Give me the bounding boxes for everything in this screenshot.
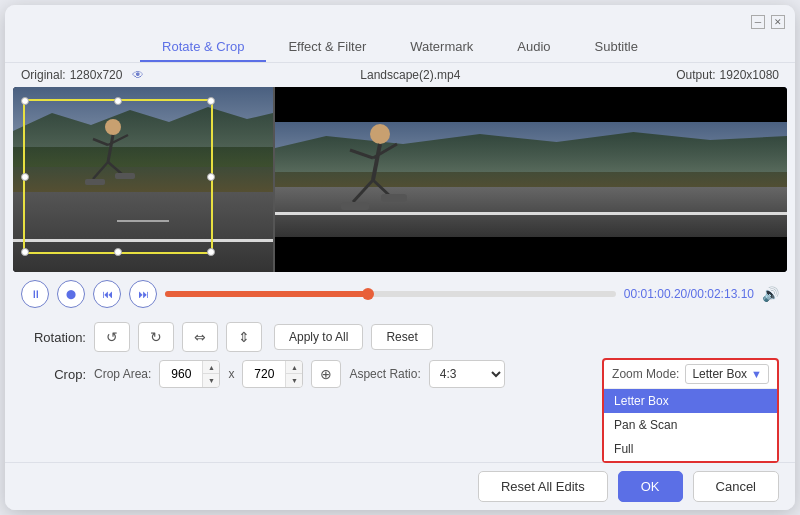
svg-point-8 <box>370 124 390 144</box>
tab-watermark[interactable]: Watermark <box>388 33 495 62</box>
crop-width-up[interactable]: ▲ <box>203 361 219 374</box>
eye-icon[interactable]: 👁 <box>132 68 144 82</box>
output-resolution: 1920x1080 <box>720 68 779 82</box>
svg-line-11 <box>373 144 397 158</box>
preview-right <box>275 87 787 272</box>
progress-track[interactable] <box>165 291 616 297</box>
crop-height-up[interactable]: ▲ <box>286 361 302 374</box>
crop-row: Crop: Crop Area: 960 ▲ ▼ x 720 ▲ ▼ ⊕ Asp… <box>21 360 779 388</box>
controls-area: Rotation: ↺ ↻ ⇔ ⇕ Apply to All Reset Cro… <box>5 316 795 396</box>
skater-right <box>325 122 435 237</box>
video-preview-left <box>13 87 273 272</box>
zoom-dropdown-list: Letter Box Pan & Scan Full <box>604 389 777 461</box>
playback-bar: ⏸ ⬤ ⏮ ⏭ 00:01:00.20/00:02:13.10 🔊 <box>5 272 795 316</box>
aspect-ratio-label: Aspect Ratio: <box>349 367 420 381</box>
crop-handle-mr[interactable] <box>207 173 215 181</box>
svg-line-10 <box>350 150 373 158</box>
close-button[interactable]: ✕ <box>771 15 785 29</box>
file-name: Landscape(2).mp4 <box>360 68 460 82</box>
zoom-dropdown-arrow-icon: ▼ <box>751 368 762 380</box>
flip-vertical-button[interactable]: ⇕ <box>226 322 262 352</box>
info-bar: Original: 1280x720 👁 Landscape(2).mp4 Ou… <box>5 63 795 87</box>
main-window: ─ ✕ Rotate & Crop Effect & Filter Waterm… <box>5 5 795 510</box>
zoom-mode-label: Zoom Mode: <box>612 367 679 381</box>
skater-left <box>73 117 153 207</box>
crop-height-down[interactable]: ▼ <box>286 374 302 387</box>
svg-rect-15 <box>381 194 407 202</box>
output-label: Output: <box>676 68 715 82</box>
reset-all-edits-button[interactable]: Reset All Edits <box>478 471 608 502</box>
crop-move-button[interactable]: ⊕ <box>311 360 341 388</box>
tab-bar: Rotate & Crop Effect & Filter Watermark … <box>5 33 795 63</box>
progress-fill <box>165 291 368 297</box>
progress-thumb[interactable] <box>362 288 374 300</box>
letterbox-bottom <box>275 237 787 272</box>
rotation-label: Rotation: <box>21 330 86 345</box>
crop-width-input[interactable]: 960 <box>160 367 202 381</box>
zoom-option-full[interactable]: Full <box>604 437 777 461</box>
tab-effect-filter[interactable]: Effect & Filter <box>266 33 388 62</box>
prev-button[interactable]: ⏮ <box>93 280 121 308</box>
svg-line-4 <box>93 162 108 179</box>
pause-button[interactable]: ⏸ <box>21 280 49 308</box>
time-display: 00:01:00.20/00:02:13.10 <box>624 287 754 301</box>
rotation-row: Rotation: ↺ ↻ ⇔ ⇕ Apply to All Reset <box>21 322 779 352</box>
tab-subtitle[interactable]: Subtitle <box>573 33 660 62</box>
volume-icon[interactable]: 🔊 <box>762 286 779 302</box>
zoom-option-panscan[interactable]: Pan & Scan <box>604 413 777 437</box>
svg-rect-14 <box>341 202 369 210</box>
crop-x-separator: x <box>228 367 234 381</box>
crop-label: Crop: <box>21 367 86 382</box>
rotate-right-button[interactable]: ↻ <box>138 322 174 352</box>
tab-audio[interactable]: Audio <box>495 33 572 62</box>
svg-rect-6 <box>85 179 105 185</box>
original-label: Original: <box>21 68 66 82</box>
rotate-left-button[interactable]: ↺ <box>94 322 130 352</box>
minimize-button[interactable]: ─ <box>751 15 765 29</box>
zoom-mode-dropdown[interactable]: Zoom Mode: Letter Box ▼ Letter Box Pan &… <box>602 358 779 463</box>
cancel-button[interactable]: Cancel <box>693 471 779 502</box>
tab-rotate-crop[interactable]: Rotate & Crop <box>140 33 266 62</box>
preview-left <box>13 87 273 272</box>
crop-height-input[interactable]: 720 <box>243 367 285 381</box>
ok-button[interactable]: OK <box>618 471 683 502</box>
svg-line-1 <box>108 135 113 162</box>
aspect-ratio-select[interactable]: Original 16:9 4:3 1:1 9:16 <box>429 360 505 388</box>
crop-area-label: Crop Area: <box>94 367 151 381</box>
stop-button[interactable]: ⬤ <box>57 280 85 308</box>
title-bar: ─ ✕ <box>5 5 795 33</box>
original-resolution: 1280x720 <box>70 68 123 82</box>
crop-width-down[interactable]: ▼ <box>203 374 219 387</box>
zoom-mode-header: Zoom Mode: Letter Box ▼ <box>604 360 777 389</box>
svg-rect-7 <box>115 173 135 179</box>
preview-area <box>13 87 787 272</box>
svg-line-9 <box>373 144 380 180</box>
crop-handle-ml[interactable] <box>21 173 29 181</box>
svg-line-13 <box>373 180 390 196</box>
letterbox-top <box>275 87 787 122</box>
crop-width-spinbox[interactable]: 960 ▲ ▼ <box>159 360 220 388</box>
svg-line-12 <box>353 180 373 202</box>
crop-height-spinbox[interactable]: 720 ▲ ▼ <box>242 360 303 388</box>
rotation-reset-button[interactable]: Reset <box>371 324 432 350</box>
svg-line-2 <box>93 139 108 145</box>
flip-horizontal-button[interactable]: ⇔ <box>182 322 218 352</box>
zoom-option-letterbox[interactable]: Letter Box <box>604 389 777 413</box>
svg-point-0 <box>105 119 121 135</box>
zoom-mode-current: Letter Box <box>692 367 747 381</box>
apply-all-button[interactable]: Apply to All <box>274 324 363 350</box>
next-button[interactable]: ⏭ <box>129 280 157 308</box>
footer: Reset All Edits OK Cancel <box>5 462 795 510</box>
zoom-mode-value-row: Letter Box ▼ <box>685 364 769 384</box>
